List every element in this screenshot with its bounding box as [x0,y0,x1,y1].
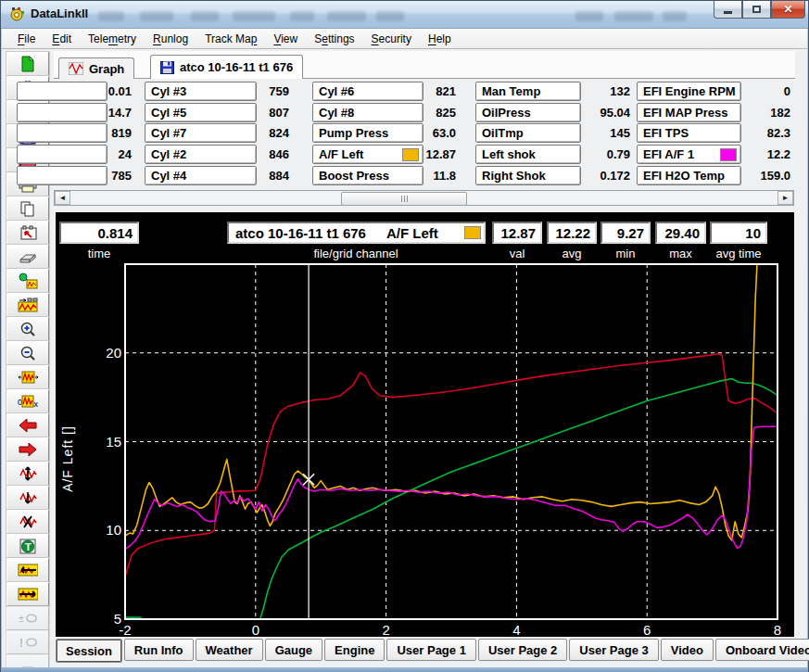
scroll-right-arrow[interactable]: ► [777,191,793,205]
x-tick-label: 8 [759,622,796,638]
file-name: atco 10-16-11 t1 676 [229,225,366,241]
tab-strip: Graphatco 10-16-11 t1 676 [54,51,795,79]
bottom-tab-video[interactable]: Video [661,639,714,661]
menu-item-telemetry[interactable]: Telemetry [80,30,145,48]
copy-button[interactable] [6,197,49,221]
channel-name: Cyl #7 [151,126,186,140]
channel-value: 819 [76,123,132,143]
restore-button[interactable] [742,1,771,19]
zero-scale-button[interactable]: 0x [6,389,49,413]
menu-item-runlog[interactable]: Runlog [145,30,196,48]
span-full-button[interactable] [6,365,49,389]
eraser-icon [18,248,38,265]
channel-name: Cyl #5 [151,106,186,120]
channel-name: Right Shok [482,169,546,183]
svg-text:0: 0 [18,398,22,407]
channel-name: Pump Press [319,126,388,140]
scroll-thumb[interactable] [341,192,467,206]
screen-capture-button[interactable] [6,221,49,245]
channel-button-right-shok[interactable]: Right Shok [475,166,581,185]
cursor-down-button[interactable] [6,486,49,510]
arrange-graph-button[interactable] [6,293,49,317]
channel-name: OilPress [482,106,531,120]
minimize-button[interactable] [714,1,742,19]
channel-value: 884 [234,166,289,185]
channel-value: 182 [735,103,790,122]
channel-color-swatch [464,226,481,239]
channel-button-efi-h2o-temp[interactable]: EFI H2O Temp [637,166,741,185]
bottom-tab-weather[interactable]: Weather [196,639,263,661]
svg-text:T: T [25,541,32,552]
mouse-graph-icon [18,273,38,289]
bottom-tab-onboard-video[interactable]: Onboard Video [715,639,809,661]
channel-name: A/F Left [386,225,438,241]
channel-button-left-shok[interactable]: Left shok [475,145,581,164]
arrow-left-button[interactable] [6,413,49,437]
file-grid-channel-box[interactable]: atco 10-16-11 t1 676A/F Left [227,222,486,244]
stat-avg-time-box: 10 [710,222,767,244]
ghost-artifact [614,11,653,21]
main-area: Graphatco 10-16-11 t1 676 0.0114.7819247… [54,49,807,667]
channel-name: Cyl #8 [319,106,354,120]
shift-left-button[interactable] [6,558,49,582]
title-bar[interactable]: DataLinkII ✕ [1,1,808,29]
new-file-button[interactable] [6,52,49,76]
channel-button-efi-engine-rpm[interactable]: EFI Engine RPM [637,82,741,101]
channel-value: 825 [400,103,456,122]
eraser-button[interactable] [6,245,49,269]
plot-area[interactable] [56,212,794,637]
channel-value: 807 [234,103,289,122]
ghost-artifact [98,11,124,21]
channel-button-efi-tps[interactable]: EFI TPS [637,123,741,143]
cursor-delete-icon [18,514,38,530]
mouse-graph-button[interactable] [6,269,49,293]
channel-value: 159.0 [735,166,790,185]
bottom-tab-user-page-3[interactable]: User Page 3 [569,639,658,661]
info-label: file/grid channel [296,247,416,260]
svg-text:x: x [34,399,39,409]
menu-item-settings[interactable]: Settings [306,30,362,48]
menu-item-help[interactable]: Help [420,30,460,48]
info-label: max [653,247,709,260]
stat-val-box: 12.87 [492,222,542,244]
menu-item-edit[interactable]: Edit [44,30,80,48]
telemetry-start-icon: T [18,538,38,554]
bottom-tab-user-page-2[interactable]: User Page 2 [478,639,567,661]
menu-item-track-map[interactable]: Track Map [196,30,265,48]
stat-max-box: 29.40 [655,222,706,244]
bottom-tab-engine[interactable]: Engine [324,639,385,661]
bottom-tab-session[interactable]: Session [56,639,122,663]
shift-right-button[interactable] [6,582,49,606]
cursor-down-icon [18,489,38,506]
channel-value: 785 [76,166,132,185]
menu-item-view[interactable]: View [265,30,306,48]
close-button[interactable]: ✕ [771,1,805,19]
channel-button-man-temp[interactable]: Man Temp [475,82,581,101]
arrow-right-button[interactable] [6,437,49,462]
arrow-right-icon [18,441,38,458]
channel-value: 95.04 [575,103,630,122]
channel-value: 82.3 [735,123,790,143]
menu-item-security[interactable]: Security [363,30,420,48]
channel-button-oiltmp[interactable]: OilTmp [475,123,581,143]
channel-value: 846 [234,145,289,164]
bottom-tab-user-page-1[interactable]: User Page 1 [386,639,475,661]
scroll-left-arrow[interactable]: ◄ [55,191,70,205]
ghost-artifact [376,11,404,21]
svg-text:±: ± [19,613,24,624]
channel-button-oilpress[interactable]: OilPress [475,103,581,122]
bottom-tab-gauge[interactable]: Gauge [265,639,322,661]
zoom-in-button[interactable] [6,317,49,341]
telemetry-start-button[interactable]: T [6,534,49,558]
cursor-delete-button[interactable] [6,510,49,534]
channel-button-efi-map-press[interactable]: EFI MAP Press [637,103,741,122]
zoom-out-button[interactable] [6,341,49,365]
tab-graph[interactable]: Graph [58,57,134,79]
cursor-updown-button[interactable] [6,462,49,486]
bottom-tab-run-info[interactable]: Run Info [124,639,194,661]
channel-button-efi-a-f-1[interactable]: EFI A/F 1 [637,145,741,164]
grid-horizontal-scrollbar[interactable]: ◄ ► [54,190,794,206]
channel-name: EFI H2O Temp [643,169,725,183]
tab-atco-10-16-11-t1-676[interactable]: atco 10-16-11 t1 676 [150,55,303,79]
menu-item-file[interactable]: File [9,30,44,48]
